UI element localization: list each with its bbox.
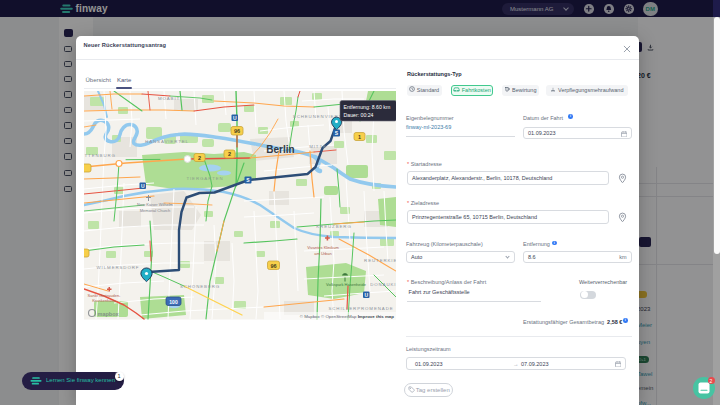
svg-text:SCHILLERPROMENADE: SCHILLERPROMENADE — [328, 306, 393, 311]
svg-text:KREUZBERG: KREUZBERG — [316, 224, 351, 229]
svg-text:mapbox: mapbox — [97, 311, 119, 317]
svg-text:Krankenhaus: Krankenhaus — [92, 298, 116, 303]
svg-text:DONAUKIEZ: DONAUKIEZ — [370, 282, 396, 287]
svg-text:100: 100 — [169, 299, 178, 305]
svg-text:Dauer: 00:24: Dauer: 00:24 — [343, 112, 373, 118]
svg-text:1: 1 — [357, 134, 360, 140]
svg-text:REUTERKIEZ: REUTERKIEZ — [364, 258, 396, 263]
svg-text:TIERGARTEN: TIERGARTEN — [186, 176, 223, 181]
svg-text:Vivantes Klinikum: Vivantes Klinikum — [307, 245, 339, 250]
svg-text:© Mapbox © OpenStreetMap Impro: © Mapbox © OpenStreetMap Improve this ma… — [299, 314, 394, 319]
svg-text:Volkspark Hasenheide: Volkspark Hasenheide — [326, 282, 367, 287]
svg-text:MOABIT: MOABIT — [157, 96, 179, 101]
svg-text:U: U — [232, 115, 236, 121]
svg-text:2: 2 — [197, 155, 200, 161]
svg-text:2: 2 — [227, 151, 230, 157]
svg-text:WILMERSDORF: WILMERSDORF — [96, 265, 139, 270]
svg-text:SCHÖNEBERG: SCHÖNEBERG — [179, 284, 219, 289]
svg-text:TTENBURG: TTENBURG — [84, 153, 115, 158]
svg-text:Memorial Church: Memorial Church — [139, 208, 169, 213]
svg-text:MITTE: MITTE — [309, 144, 327, 149]
svg-text:96: 96 — [233, 128, 239, 134]
svg-text:New Kaiser Wilhelm: New Kaiser Wilhelm — [137, 202, 173, 207]
svg-text:96: 96 — [270, 263, 276, 269]
svg-text:Berlin: Berlin — [266, 144, 294, 155]
svg-text:U: U — [364, 292, 368, 298]
svg-text:am Urban: am Urban — [314, 251, 332, 256]
svg-text:Entfernung: 8.60 km: Entfernung: 8.60 km — [343, 104, 390, 110]
svg-text:HANSAVIERTEL: HANSAVIERTEL — [145, 139, 189, 144]
svg-text:U: U — [140, 183, 144, 189]
